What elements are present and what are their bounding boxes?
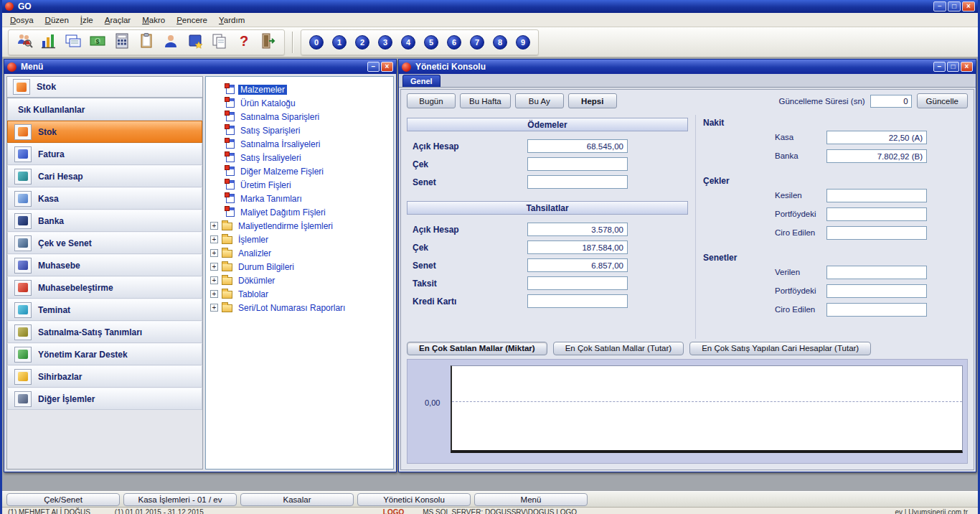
cekler-kesilen-input[interactable]: [826, 189, 927, 202]
tree-item-satinalma-irsaliyeleri[interactable]: Satınalma İrsaliyeleri: [209, 137, 390, 151]
sidebar-item-muhasebelestirme[interactable]: Muhasebeleştirme: [7, 276, 202, 299]
reports-toolbar-button[interactable]: [37, 32, 60, 53]
filter-bu-hafta-button[interactable]: Bu Hafta: [460, 93, 511, 108]
close-button[interactable]: [962, 1, 975, 11]
number-button-4[interactable]: 4: [397, 32, 419, 53]
copy-toolbar-button[interactable]: [208, 32, 231, 53]
expand-icon[interactable]: [210, 222, 218, 230]
tree-item-dokumler[interactable]: Dökümler: [209, 274, 390, 287]
senetler-verilen-input[interactable]: [826, 266, 927, 279]
tree-item-tablolar[interactable]: Tablolar: [209, 287, 390, 301]
sidebar-item-muhasebe[interactable]: Muhasebe: [7, 254, 202, 276]
menu-araclar[interactable]: Araçlar: [100, 14, 136, 26]
tahsilat-kredi-karti-input[interactable]: [527, 294, 628, 308]
clipboard-toolbar-button[interactable]: [135, 32, 158, 53]
expand-icon[interactable]: [210, 290, 218, 298]
sidebar-item-kasa[interactable]: Kasa: [7, 187, 202, 210]
chart-tab-mallar-miktar[interactable]: En Çok Satılan Mallar (Miktar): [407, 342, 547, 355]
sidebar-item-teminat[interactable]: Teminat: [7, 299, 202, 321]
console-minimize-button[interactable]: [933, 62, 946, 72]
user-toolbar-button[interactable]: [159, 32, 182, 53]
menu-close-button[interactable]: [381, 62, 393, 72]
taskbar-button-cek-senet[interactable]: Çek/Senet: [6, 493, 120, 506]
tree-item-islemler[interactable]: İşlemler: [209, 233, 390, 246]
console-close-button[interactable]: [961, 62, 973, 72]
filter-hepsi-button[interactable]: Hepsi: [568, 93, 617, 108]
menu-makro[interactable]: Makro: [137, 14, 170, 26]
taskbar-button-menu[interactable]: Menü: [474, 493, 588, 506]
nakit-kasa-input[interactable]: 22,50 (A): [826, 131, 927, 144]
chart-tab-mallar-tutar[interactable]: En Çok Satılan Mallar (Tutar): [553, 342, 684, 355]
tree-item-uretim-fisleri[interactable]: Üretim Fişleri: [209, 178, 390, 192]
minimize-button[interactable]: [933, 1, 946, 11]
tree-item-urun-katalogu[interactable]: Ürün Kataloğu: [209, 96, 390, 110]
senetler-ciro-edilen-input[interactable]: [826, 303, 927, 317]
expand-icon[interactable]: [210, 249, 218, 257]
maximize-button[interactable]: [948, 1, 961, 11]
catalog-toolbar-button[interactable]: [184, 32, 207, 53]
tree-item-analizler[interactable]: Analizler: [209, 246, 390, 260]
sidebar-item-diger-islemler[interactable]: Diğer İşlemler: [7, 388, 202, 410]
tree-item-maliyetlendirme-islemleri[interactable]: Maliyetlendirme İşlemleri: [209, 219, 390, 233]
chart-tab-cari-hesaplar-tutar[interactable]: En Çok Satış Yapılan Cari Hesaplar (Tuta…: [689, 342, 871, 355]
number-button-3[interactable]: 3: [374, 32, 396, 53]
sidebar-item-sihirbazlar[interactable]: Sihirbazlar: [7, 365, 202, 388]
menu-dosya[interactable]: Dosya: [5, 14, 39, 26]
sidebar-item-stok[interactable]: Stok: [7, 121, 202, 143]
number-button-1[interactable]: 1: [329, 32, 350, 53]
tree-item-satis-irsaliyeleri[interactable]: Satış İrsaliyeleri: [209, 151, 390, 164]
taskbar-button-kasalar[interactable]: Kasalar: [240, 493, 354, 506]
calculator-toolbar-button[interactable]: [110, 32, 133, 53]
tahsilat-taksit-input[interactable]: [527, 276, 628, 290]
tree-item-satis-siparisleri[interactable]: Satış Siparişleri: [209, 123, 390, 137]
customers-toolbar-button[interactable]: [13, 32, 36, 53]
menu-duzen[interactable]: Düzen: [40, 14, 74, 26]
tree-item-maliyet-dagitim-fisleri[interactable]: Maliyet Dağıtım Fişleri: [209, 205, 390, 219]
console-maximize-button[interactable]: [947, 62, 959, 72]
taskbar-button-kasa-islemleri[interactable]: Kasa İşlemleri - 01 / ev: [123, 493, 237, 506]
odemeler-acik-hesap-input[interactable]: 68.545,00: [527, 139, 628, 153]
sidebar-item-banka[interactable]: Banka: [7, 210, 202, 232]
sidebar-item-satinalma-satis-tanimlari[interactable]: Satınalma-Satış Tanımları: [7, 321, 202, 343]
expand-icon[interactable]: [210, 263, 218, 271]
sidebar-item-cari-hesap[interactable]: Cari Hesap: [7, 165, 202, 187]
number-button-8[interactable]: 8: [489, 32, 511, 53]
tahsilat-cek-input[interactable]: 187.584,00: [527, 240, 628, 254]
cekler-ciro-edilen-input[interactable]: [826, 226, 927, 240]
sidebar-item-sik-kullanilanlar[interactable]: Sık Kullanılanlar: [7, 98, 202, 121]
expand-icon[interactable]: [210, 276, 218, 284]
cash-toolbar-button[interactable]: $: [86, 32, 109, 53]
guncelle-button[interactable]: Güncelle: [917, 93, 968, 108]
tahsilat-senet-input[interactable]: 6.857,00: [527, 258, 628, 272]
sidebar-item-fatura[interactable]: Fatura: [7, 143, 202, 165]
expand-icon[interactable]: [210, 235, 218, 243]
menu-izle[interactable]: İzle: [75, 14, 98, 26]
refresh-interval-input[interactable]: 0: [870, 95, 912, 108]
number-button-7[interactable]: 7: [466, 32, 488, 53]
number-button-9[interactable]: 9: [512, 32, 534, 53]
odemeler-cek-input[interactable]: [527, 157, 628, 171]
filter-bugun-button[interactable]: Bugün: [407, 93, 456, 108]
menu-pencere[interactable]: Pencere: [171, 14, 212, 26]
senetler-portfoydeki-input[interactable]: [826, 284, 927, 298]
tree-item-satinalma-siparisleri[interactable]: Satınalma Siparişleri: [209, 110, 390, 123]
number-button-0[interactable]: 0: [306, 32, 327, 53]
number-button-6[interactable]: 6: [443, 32, 465, 53]
tree-item-marka-tanimlari[interactable]: Marka Tanımları: [209, 192, 390, 205]
tree-item-seri-lot-raporlari[interactable]: Seri/Lot Numarası Raporları: [209, 301, 390, 314]
exit-toolbar-button[interactable]: [257, 32, 280, 53]
menu-yardim[interactable]: Yardım: [214, 14, 250, 26]
sidebar-item-cek-ve-senet[interactable]: Çek ve Senet: [7, 232, 202, 254]
number-button-5[interactable]: 5: [420, 32, 442, 53]
cards-toolbar-button[interactable]: [62, 32, 85, 53]
filter-bu-ay-button[interactable]: Bu Ay: [515, 93, 564, 108]
tahsilat-acik-hesap-input[interactable]: 3.578,00: [527, 223, 628, 236]
menu-minimize-button[interactable]: [367, 62, 380, 72]
number-button-2[interactable]: 2: [352, 32, 373, 53]
tree-item-durum-bilgileri[interactable]: Durum Bilgileri: [209, 260, 390, 274]
tree-item-malzemeler[interactable]: Malzemeler: [209, 83, 390, 96]
expand-icon[interactable]: [210, 304, 218, 312]
tree-item-diger-malzeme-fisleri[interactable]: Diğer Malzeme Fişleri: [209, 164, 390, 178]
taskbar-button-yonetici-konsolu[interactable]: Yönetici Konsolu: [357, 493, 471, 506]
help-toolbar-button[interactable]: ?: [232, 32, 255, 53]
